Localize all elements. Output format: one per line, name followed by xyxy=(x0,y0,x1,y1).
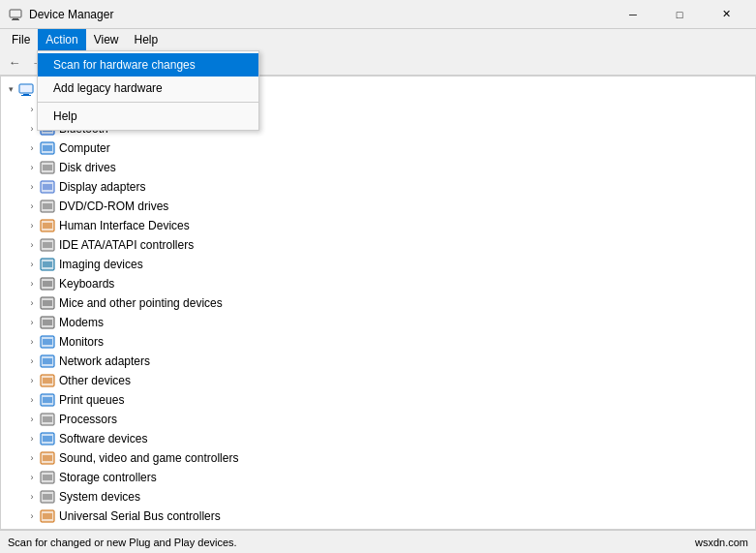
tree-item-computer[interactable]: ›Computer xyxy=(1,138,755,158)
app-icon xyxy=(8,7,23,22)
tree-item-mice[interactable]: ›Mice and other pointing devices xyxy=(1,293,755,313)
minimize-button[interactable]: ─ xyxy=(611,0,655,29)
chevron-soundvideo: › xyxy=(24,450,40,466)
svg-rect-18 xyxy=(43,165,52,170)
chevron-storagecontrollers: › xyxy=(24,470,40,485)
status-brand: wsxdn.com xyxy=(695,537,748,548)
menu-view[interactable]: View xyxy=(86,29,127,50)
tree-item-processors[interactable]: ›Processors xyxy=(1,410,755,429)
svg-rect-2 xyxy=(12,19,19,20)
tree-item-usb[interactable]: ›Universal Serial Bus controllers xyxy=(1,507,755,526)
label-processors: Processors xyxy=(59,413,117,426)
icon-hid xyxy=(40,218,55,233)
tree-item-systemdevices[interactable]: ›System devices xyxy=(1,487,755,507)
chevron-imaging: › xyxy=(24,257,40,272)
svg-rect-15 xyxy=(43,145,52,151)
device-tree[interactable]: ▾ DESKTOP-PC ›Batteries›Bluetooth›Comput… xyxy=(0,76,756,530)
icon-printqueues xyxy=(40,392,55,408)
menu-help[interactable]: Help xyxy=(127,29,166,50)
close-button[interactable]: ✕ xyxy=(704,0,748,29)
tree-item-ideata[interactable]: ›IDE ATA/ATAPI controllers xyxy=(1,235,755,255)
icon-displayadapters xyxy=(40,179,55,195)
svg-rect-27 xyxy=(43,223,52,229)
tree-item-modems[interactable]: ›Modems xyxy=(1,313,755,332)
tree-item-monitors[interactable]: ›Monitors xyxy=(1,332,755,352)
label-networkadapters: Network adapters xyxy=(59,354,150,368)
label-dvdcdrom: DVD/CD-ROM drives xyxy=(59,200,168,213)
tree-item-printqueues[interactable]: ›Print queues xyxy=(1,390,755,410)
svg-rect-51 xyxy=(43,378,52,384)
label-computer: Computer xyxy=(59,141,110,155)
svg-rect-66 xyxy=(43,475,52,480)
label-modems: Modems xyxy=(59,316,104,329)
svg-rect-30 xyxy=(43,242,52,248)
dropdown-help[interactable]: Help xyxy=(38,105,258,128)
dropdown-separator xyxy=(38,102,258,103)
tree-item-diskdrives[interactable]: ›Disk drives xyxy=(1,158,755,177)
icon-mice xyxy=(40,295,55,311)
label-keyboards: Keyboards xyxy=(59,277,114,291)
svg-rect-21 xyxy=(43,184,52,190)
icon-monitors xyxy=(40,334,55,350)
menu-action[interactable]: Action xyxy=(38,29,85,50)
chevron-softwaredevices: › xyxy=(24,431,40,446)
label-hid: Human Interface Devices xyxy=(59,219,190,232)
tree-item-soundvideo[interactable]: ›Sound, video and game controllers xyxy=(1,448,755,468)
label-softwaredevices: Software devices xyxy=(59,432,147,445)
label-systemdevices: System devices xyxy=(59,490,140,504)
dropdown-scan[interactable]: Scan for hardware changes xyxy=(38,53,258,77)
window-title: Device Manager xyxy=(29,8,611,21)
tree-item-otherdevices[interactable]: ›Other devices xyxy=(1,371,755,390)
icon-otherdevices xyxy=(40,373,55,388)
tree-item-networkadapters[interactable]: ›Network adapters xyxy=(1,352,755,371)
chevron-modems: › xyxy=(24,315,40,330)
icon-ideata xyxy=(40,237,55,253)
chevron-hid: › xyxy=(24,218,40,233)
icon-keyboards xyxy=(40,276,55,292)
maximize-button[interactable]: □ xyxy=(657,0,702,29)
tree-item-hid[interactable]: ›Human Interface Devices xyxy=(1,216,755,235)
chevron-mice: › xyxy=(24,295,40,311)
svg-rect-42 xyxy=(43,320,52,325)
back-button[interactable]: ← xyxy=(4,52,25,74)
svg-rect-39 xyxy=(43,300,52,306)
menu-bar: File Action View Help Scan for hardware … xyxy=(0,29,756,50)
chevron-monitors: › xyxy=(24,334,40,350)
label-soundvideo: Sound, video and game controllers xyxy=(59,451,238,465)
chevron-keyboards: › xyxy=(24,276,40,292)
chevron-systemdevices: › xyxy=(24,489,40,505)
icon-diskdrives xyxy=(40,160,55,175)
svg-rect-36 xyxy=(43,281,52,287)
svg-rect-72 xyxy=(43,513,52,519)
chevron-dvdcdrom: › xyxy=(24,199,40,214)
svg-rect-4 xyxy=(23,94,29,95)
svg-rect-60 xyxy=(43,436,52,442)
label-otherdevices: Other devices xyxy=(59,374,131,387)
action-dropdown: Scan for hardware changes Add legacy har… xyxy=(37,50,259,131)
tree-item-dvdcdrom[interactable]: ›DVD/CD-ROM drives xyxy=(1,197,755,216)
menu-file[interactable]: File xyxy=(4,29,38,50)
icon-dvdcdrom xyxy=(40,199,55,214)
tree-item-softwaredevices[interactable]: ›Software devices xyxy=(1,429,755,448)
svg-rect-5 xyxy=(21,95,31,96)
icon-storagecontrollers xyxy=(40,470,55,485)
tree-item-storagecontrollers[interactable]: ›Storage controllers xyxy=(1,468,755,487)
dropdown-legacy[interactable]: Add legacy hardware xyxy=(38,77,258,100)
svg-rect-1 xyxy=(13,18,18,19)
tree-item-displayadapters[interactable]: ›Display adapters xyxy=(1,177,755,197)
root-icon xyxy=(18,81,34,97)
svg-rect-54 xyxy=(43,397,52,403)
tree-item-imaging[interactable]: ›Imaging devices xyxy=(1,255,755,274)
icon-computer xyxy=(40,140,55,156)
chevron-computer: › xyxy=(24,140,40,156)
tree-item-keyboards[interactable]: ›Keyboards xyxy=(1,274,755,293)
label-printqueues: Print queues xyxy=(59,393,124,407)
svg-rect-57 xyxy=(43,416,52,422)
chevron-networkadapters: › xyxy=(24,353,40,369)
label-ideata: IDE ATA/ATAPI controllers xyxy=(59,238,194,252)
svg-rect-0 xyxy=(10,10,21,17)
svg-rect-63 xyxy=(43,455,52,461)
icon-usb xyxy=(40,508,55,524)
icon-systemdevices xyxy=(40,489,55,505)
root-chevron: ▾ xyxy=(3,81,18,97)
